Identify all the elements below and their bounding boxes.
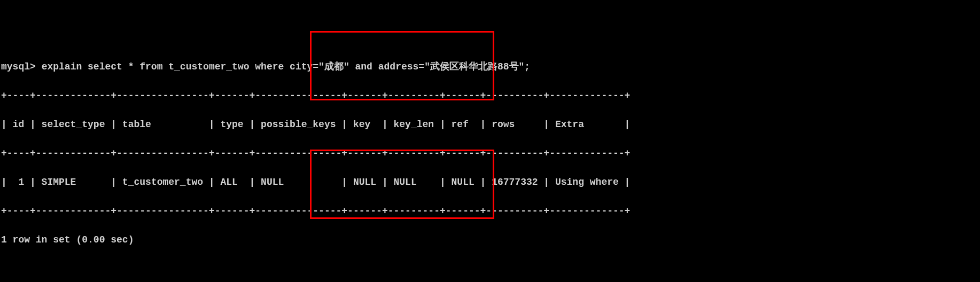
- table-row: | 1 | SIMPLE | t_customer_two | ALL | NU…: [1, 175, 979, 190]
- table-border-bot: +----+-------------+----------------+---…: [1, 204, 979, 218]
- blank-line: [1, 262, 979, 276]
- table-border-mid: +----+-------------+----------------+---…: [1, 146, 979, 161]
- table-header: | id | select_type | table | type | poss…: [1, 118, 979, 132]
- result-footer: 1 row in set (0.00 sec): [1, 233, 979, 247]
- query1-cmd: mysql> explain select * from t_customer_…: [1, 60, 979, 74]
- sql-statement: explain select * from t_customer_two whe…: [42, 61, 531, 72]
- mysql-prompt: mysql>: [1, 61, 42, 72]
- table-border-top: +----+-------------+----------------+---…: [1, 89, 979, 103]
